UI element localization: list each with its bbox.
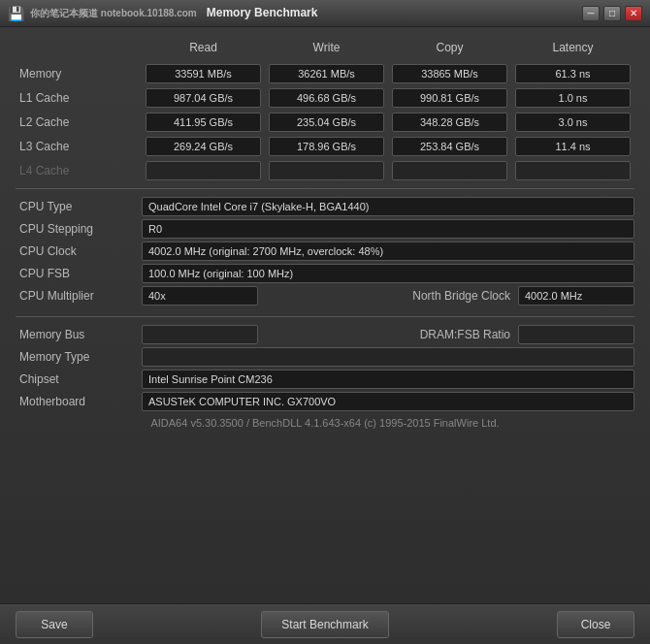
cpu-clock-value: 4002.0 MHz (original: 2700 MHz, overcloc… bbox=[142, 242, 634, 261]
main-content: Read Write Copy Latency Memory 33591 MB/… bbox=[0, 27, 650, 603]
title-label: Memory Benchmark bbox=[207, 6, 318, 19]
memory-read: 33591 MB/s bbox=[146, 64, 261, 83]
cpu-fsb-label: CPU FSB bbox=[16, 267, 142, 280]
l4-latency bbox=[515, 161, 631, 180]
memory-write: 36261 MB/s bbox=[269, 64, 384, 83]
col-read-header: Read bbox=[142, 41, 265, 54]
divider-1 bbox=[16, 188, 634, 189]
memory-copy: 33865 MB/s bbox=[392, 64, 507, 83]
cpu-fsb-value: 100.0 MHz (original: 100 MHz) bbox=[142, 264, 634, 283]
window-title: 你的笔记本频道 notebook.10188.com Memory Benchm… bbox=[30, 6, 317, 20]
divider-2 bbox=[16, 316, 634, 317]
memory-row: Memory 33591 MB/s 36261 MB/s 33865 MB/s … bbox=[16, 64, 634, 83]
dram-fsb-label: DRAM:FSB Ratio bbox=[363, 328, 518, 341]
l2-read: 411.95 GB/s bbox=[146, 113, 261, 132]
cpu-clock-label: CPU Clock bbox=[16, 244, 142, 258]
l1-read: 987.04 GB/s bbox=[146, 88, 261, 108]
start-benchmark-button[interactable]: Start Benchmark bbox=[261, 611, 388, 638]
l3-label: L3 Cache bbox=[16, 140, 142, 153]
nb-clock-value: 4002.0 MHz bbox=[518, 286, 634, 306]
close-window-button[interactable]: ✕ bbox=[625, 6, 642, 21]
window-controls: ─ □ ✕ bbox=[582, 6, 642, 21]
l2-cache-row: L2 Cache 411.95 GB/s 235.04 GB/s 348.28 … bbox=[16, 113, 634, 132]
cpu-info-section: CPU Type QuadCore Intel Core i7 (Skylake… bbox=[16, 197, 634, 308]
watermark-text: 你的笔记本频道 notebook.10188.com bbox=[30, 8, 197, 18]
l2-label: L2 Cache bbox=[16, 115, 142, 129]
l1-label: L1 Cache bbox=[16, 91, 142, 105]
l1-write: 496.68 GB/s bbox=[269, 88, 384, 108]
l4-read bbox=[146, 161, 261, 180]
l4-label: L4 Cache bbox=[16, 164, 142, 177]
l1-latency: 1.0 ns bbox=[515, 88, 631, 108]
memory-bus-value bbox=[142, 325, 258, 344]
title-bar-left: 💾 你的笔记本频道 notebook.10188.com Memory Benc… bbox=[8, 6, 317, 21]
nb-clock-label: North Bridge Clock bbox=[363, 289, 518, 303]
footer-info: AIDA64 v5.30.3500 / BenchDLL 4.1.643-x64… bbox=[16, 417, 634, 429]
col-empty bbox=[16, 41, 142, 54]
l3-latency: 11.4 ns bbox=[515, 137, 631, 156]
motherboard-value: ASUSTeK COMPUTER INC. GX700VO bbox=[142, 392, 634, 411]
l2-latency: 3.0 ns bbox=[515, 113, 631, 132]
memory-label: Memory bbox=[16, 67, 142, 80]
cpu-clock-row: CPU Clock 4002.0 MHz (original: 2700 MHz… bbox=[16, 242, 634, 261]
dram-fsb-value bbox=[518, 325, 634, 344]
main-window: 💾 你的笔记本频道 notebook.10188.com Memory Benc… bbox=[0, 0, 650, 644]
col-write-header: Write bbox=[265, 41, 388, 54]
l1-copy: 990.81 GB/s bbox=[392, 88, 507, 108]
l3-copy: 253.84 GB/s bbox=[392, 137, 507, 156]
memory-type-value bbox=[142, 347, 634, 367]
col-latency-header: Latency bbox=[511, 41, 634, 54]
cpu-mult-value: 40x bbox=[142, 286, 258, 306]
cpu-type-value: QuadCore Intel Core i7 (Skylake-H, BGA14… bbox=[142, 197, 634, 216]
memory-latency: 61.3 ns bbox=[515, 64, 631, 83]
cpu-stepping-label: CPU Stepping bbox=[16, 222, 142, 236]
cpu-stepping-row: CPU Stepping R0 bbox=[16, 219, 634, 239]
cpu-type-label: CPU Type bbox=[16, 200, 142, 213]
cpu-stepping-value: R0 bbox=[142, 219, 634, 239]
cpu-mult-label: CPU Multiplier bbox=[16, 289, 142, 303]
save-button[interactable]: Save bbox=[16, 611, 93, 638]
l4-cache-row: L4 Cache bbox=[16, 161, 634, 180]
chipset-row: Chipset Intel Sunrise Point CM236 bbox=[16, 370, 634, 389]
cpu-fsb-row: CPU FSB 100.0 MHz (original: 100 MHz) bbox=[16, 264, 634, 283]
l1-cache-row: L1 Cache 987.04 GB/s 496.68 GB/s 990.81 … bbox=[16, 88, 634, 108]
memory-bus-dram-row: Memory Bus DRAM:FSB Ratio bbox=[16, 325, 634, 344]
l2-write: 235.04 GB/s bbox=[269, 113, 384, 132]
title-bar: 💾 你的笔记本频道 notebook.10188.com Memory Benc… bbox=[0, 0, 650, 27]
memory-type-row: Memory Type bbox=[16, 347, 634, 367]
memory-type-label: Memory Type bbox=[16, 350, 142, 364]
app-icon: 💾 bbox=[8, 6, 24, 21]
chipset-label: Chipset bbox=[16, 372, 142, 386]
memory-bus-label: Memory Bus bbox=[16, 328, 142, 341]
l3-write: 178.96 GB/s bbox=[269, 137, 384, 156]
col-copy-header: Copy bbox=[388, 41, 511, 54]
close-button[interactable]: Close bbox=[557, 611, 634, 638]
l3-read: 269.24 GB/s bbox=[146, 137, 261, 156]
restore-button[interactable]: □ bbox=[603, 6, 621, 21]
bottom-bar: Save Start Benchmark Close bbox=[0, 603, 650, 644]
l2-copy: 348.28 GB/s bbox=[392, 113, 507, 132]
bench-header-row: Read Write Copy Latency bbox=[16, 37, 634, 58]
motherboard-label: Motherboard bbox=[16, 395, 142, 408]
minimize-button[interactable]: ─ bbox=[582, 6, 600, 21]
l4-write bbox=[269, 161, 384, 180]
l4-copy bbox=[392, 161, 507, 180]
cpu-mult-nb-row: CPU Multiplier 40x North Bridge Clock 40… bbox=[16, 286, 634, 306]
cpu-type-row: CPU Type QuadCore Intel Core i7 (Skylake… bbox=[16, 197, 634, 216]
l3-cache-row: L3 Cache 269.24 GB/s 178.96 GB/s 253.84 … bbox=[16, 137, 634, 156]
chipset-value: Intel Sunrise Point CM236 bbox=[142, 370, 634, 389]
motherboard-row: Motherboard ASUSTeK COMPUTER INC. GX700V… bbox=[16, 392, 634, 411]
